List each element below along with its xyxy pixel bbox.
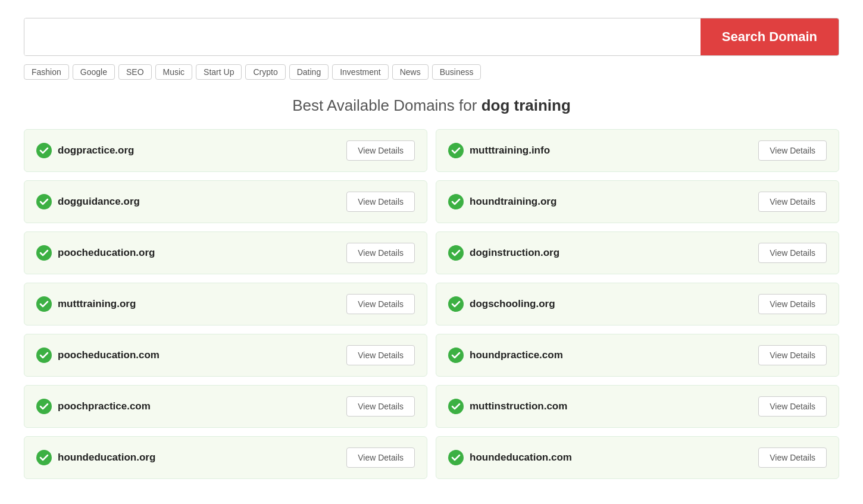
tag-dating[interactable]: Dating	[289, 64, 329, 80]
check-icon	[448, 194, 464, 209]
check-icon	[36, 348, 52, 363]
svg-point-5	[448, 245, 464, 261]
domain-card: houndtraining.org View Details	[436, 180, 839, 223]
domain-name: houndeducation.com	[470, 452, 572, 464]
domain-name: houndpractice.com	[470, 349, 563, 361]
domain-name: houndtraining.org	[470, 196, 556, 208]
svg-point-12	[36, 450, 52, 465]
view-details-button[interactable]: View Details	[346, 192, 415, 212]
domain-name: dogguidance.org	[58, 196, 140, 208]
svg-point-9	[448, 348, 464, 363]
domain-left: poocheducation.org	[36, 245, 155, 261]
domain-name: muttinstruction.com	[470, 400, 567, 412]
svg-point-11	[448, 399, 464, 414]
check-icon	[36, 194, 52, 209]
check-icon	[448, 245, 464, 261]
domain-card: houndeducation.com View Details	[436, 436, 839, 479]
tag-crypto[interactable]: Crypto	[245, 64, 285, 80]
tag-business[interactable]: Business	[432, 64, 481, 80]
domain-left: mutttraining.org	[36, 296, 136, 312]
domain-card: houndeducation.org View Details	[24, 436, 427, 479]
view-details-button[interactable]: View Details	[758, 294, 827, 314]
view-details-button[interactable]: View Details	[758, 192, 827, 212]
domain-name: mutttraining.info	[470, 145, 550, 156]
domain-card: mutttraining.info View Details	[436, 129, 839, 172]
domain-left: houndeducation.com	[448, 450, 572, 465]
domain-left: poocheducation.com	[36, 348, 160, 363]
domain-card: dogguidance.org View Details	[24, 180, 427, 223]
svg-point-8	[36, 348, 52, 363]
tag-investment[interactable]: Investment	[332, 64, 388, 80]
view-details-button[interactable]: View Details	[758, 447, 827, 468]
domain-card: doginstruction.org View Details	[436, 231, 839, 274]
domain-left: dogguidance.org	[36, 194, 140, 209]
check-icon	[448, 143, 464, 158]
view-details-button[interactable]: View Details	[346, 294, 415, 314]
page-title: Best Available Domains for dog training	[24, 96, 839, 115]
results-grid: dogpractice.org View Details mutttrainin…	[24, 129, 839, 479]
domain-card: poocheducation.com View Details	[24, 334, 427, 377]
domain-left: dogpractice.org	[36, 143, 134, 158]
view-details-button[interactable]: View Details	[758, 140, 827, 161]
search-input[interactable]: dog training	[24, 18, 701, 55]
tag-music[interactable]: Music	[155, 64, 193, 80]
domain-left: dogschooling.org	[448, 296, 555, 312]
domain-left: mutttraining.info	[448, 143, 550, 158]
svg-point-6	[36, 296, 52, 312]
domain-left: muttinstruction.com	[448, 399, 567, 414]
check-icon	[448, 450, 464, 465]
check-icon	[448, 348, 464, 363]
domain-card: poocheducation.org View Details	[24, 231, 427, 274]
svg-point-4	[36, 245, 52, 261]
domain-left: doginstruction.org	[448, 245, 559, 261]
domain-name: poocheducation.org	[58, 247, 155, 259]
domain-name: mutttraining.org	[58, 298, 136, 310]
domain-name: dogpractice.org	[58, 145, 134, 156]
domain-card: dogpractice.org View Details	[24, 129, 427, 172]
view-details-button[interactable]: View Details	[346, 396, 415, 417]
search-bar: dog training Search Domain	[24, 18, 839, 56]
domain-left: houndeducation.org	[36, 450, 155, 465]
view-details-button[interactable]: View Details	[346, 140, 415, 161]
domain-name: houndeducation.org	[58, 452, 155, 464]
domain-left: houndpractice.com	[448, 348, 563, 363]
tag-start-up[interactable]: Start Up	[196, 64, 242, 80]
check-icon	[36, 450, 52, 465]
svg-point-10	[36, 399, 52, 414]
tag-fashion[interactable]: Fashion	[24, 64, 69, 80]
domain-card: houndpractice.com View Details	[436, 334, 839, 377]
tag-list: FashionGoogleSEOMusicStart UpCryptoDatin…	[24, 64, 839, 80]
tag-seo[interactable]: SEO	[118, 64, 152, 80]
domain-card: muttinstruction.com View Details	[436, 385, 839, 428]
domain-left: poochpractice.com	[36, 399, 151, 414]
view-details-button[interactable]: View Details	[346, 345, 415, 365]
svg-point-7	[448, 296, 464, 312]
view-details-button[interactable]: View Details	[346, 447, 415, 468]
domain-name: poochpractice.com	[58, 400, 151, 412]
tag-news[interactable]: News	[392, 64, 429, 80]
check-icon	[36, 296, 52, 312]
check-icon	[448, 399, 464, 414]
svg-point-0	[36, 143, 52, 158]
check-icon	[36, 143, 52, 158]
domain-card: mutttraining.org View Details	[24, 283, 427, 325]
tag-google[interactable]: Google	[73, 64, 115, 80]
svg-point-2	[36, 194, 52, 209]
view-details-button[interactable]: View Details	[346, 243, 415, 263]
domain-card: dogschooling.org View Details	[436, 283, 839, 325]
search-button[interactable]: Search Domain	[701, 18, 839, 55]
check-icon	[448, 296, 464, 312]
view-details-button[interactable]: View Details	[758, 243, 827, 263]
domain-card: poochpractice.com View Details	[24, 385, 427, 428]
check-icon	[36, 245, 52, 261]
svg-point-1	[448, 143, 464, 158]
view-details-button[interactable]: View Details	[758, 345, 827, 365]
domain-left: houndtraining.org	[448, 194, 556, 209]
view-details-button[interactable]: View Details	[758, 396, 827, 417]
domain-name: dogschooling.org	[470, 298, 555, 310]
check-icon	[36, 399, 52, 414]
domain-name: doginstruction.org	[470, 247, 559, 259]
svg-point-3	[448, 194, 464, 209]
svg-point-13	[448, 450, 464, 465]
domain-name: poocheducation.com	[58, 349, 160, 361]
